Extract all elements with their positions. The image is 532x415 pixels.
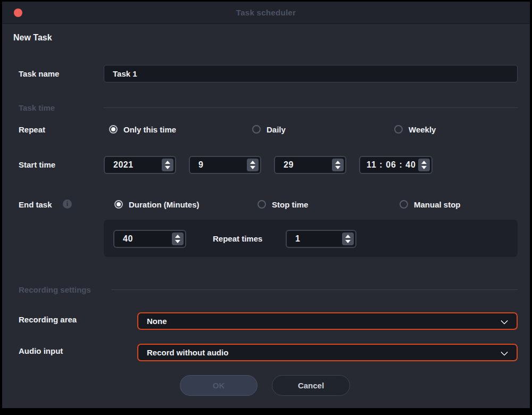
radio-manual-stop[interactable]: Manual stop (400, 199, 461, 210)
radio-option-label: Weekly (409, 125, 436, 134)
month-spinner[interactable]: 9 (189, 156, 261, 174)
recording-area-dropdown[interactable]: None (137, 312, 518, 330)
radio-option-label: Only this time (123, 125, 176, 134)
radio-option-label: Duration (Minutes) (129, 200, 200, 209)
repeat-times-spinner[interactable]: 1 (286, 230, 356, 248)
dialog-content: New Task Task name Task time Repeat Only… (2, 24, 530, 408)
radio-stop-time[interactable]: Stop time (257, 199, 308, 210)
radio-option-label: Daily (267, 125, 286, 134)
stepper-buttons-icon[interactable] (418, 159, 430, 171)
page-title: New Task (13, 33, 52, 43)
day-spinner[interactable]: 29 (274, 156, 346, 174)
stepper-buttons-icon[interactable] (162, 159, 173, 171)
year-value: 2021 (113, 160, 134, 170)
radio-only-this-time[interactable]: Only this time (109, 124, 176, 135)
repeat-times-label: Repeat times (213, 234, 262, 243)
title-bar: Task scheduler (2, 2, 530, 24)
year-spinner[interactable]: 2021 (104, 156, 176, 174)
radio-button-icon (114, 200, 123, 209)
duration-value: 40 (123, 234, 133, 244)
recording-area-label: Recording area (19, 315, 77, 324)
radio-button-icon (109, 125, 118, 134)
stepper-buttons-icon[interactable] (172, 233, 184, 245)
radio-button-icon (394, 125, 403, 134)
section-recording-settings: Recording settings (19, 285, 91, 294)
section-divider (111, 289, 518, 290)
recording-area-value: None (147, 317, 167, 326)
task-scheduler-window: Task scheduler New Task Task name Task t… (2, 2, 530, 408)
ok-button[interactable]: OK (180, 375, 257, 396)
chevron-down-icon (501, 348, 508, 356)
radio-button-icon (257, 200, 266, 209)
radio-weekly[interactable]: Weekly (394, 124, 436, 135)
audio-input-label: Audio input (19, 346, 63, 355)
audio-input-value: Record without audio (147, 348, 228, 357)
radio-option-label: Stop time (272, 200, 308, 209)
radio-duration-minutes[interactable]: Duration (Minutes) (114, 199, 200, 210)
cancel-button[interactable]: Cancel (272, 375, 350, 396)
time-value: 11 : 06 : 40 (367, 160, 416, 170)
duration-panel: 40 Repeat times 1 (104, 220, 518, 257)
task-name-input[interactable] (104, 65, 518, 82)
start-time-label: Start time (19, 160, 55, 169)
info-icon[interactable]: i (63, 200, 72, 209)
month-value: 9 (198, 160, 203, 170)
stepper-buttons-icon[interactable] (247, 159, 259, 171)
chevron-down-icon (501, 317, 508, 325)
repeat-label: Repeat (19, 125, 45, 134)
radio-button-icon (400, 200, 408, 209)
radio-button-icon (252, 125, 261, 134)
window-title: Task scheduler (2, 8, 530, 17)
radio-daily[interactable]: Daily (252, 124, 286, 135)
stepper-buttons-icon[interactable] (332, 159, 344, 171)
day-value: 29 (284, 160, 294, 170)
audio-input-dropdown[interactable]: Record without audio (137, 344, 518, 361)
section-divider (104, 107, 518, 108)
duration-minutes-spinner[interactable]: 40 (113, 230, 186, 248)
radio-option-label: Manual stop (414, 200, 461, 209)
time-spinner[interactable]: 11 : 06 : 40 (359, 156, 433, 174)
end-task-label: End task (19, 200, 52, 209)
repeat-times-value: 1 (295, 234, 300, 244)
task-name-label: Task name (19, 69, 59, 78)
section-task-time: Task time (19, 103, 55, 112)
stepper-buttons-icon[interactable] (342, 233, 354, 245)
